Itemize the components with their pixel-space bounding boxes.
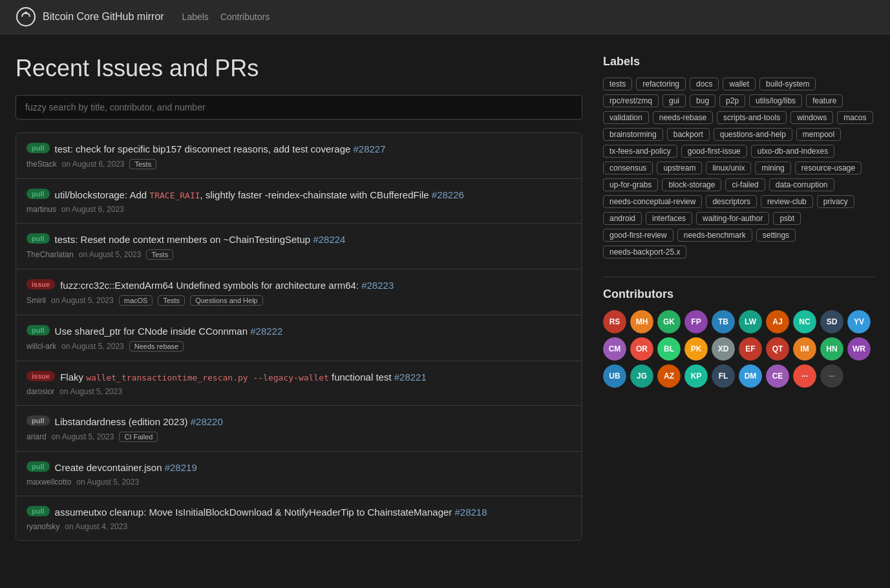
- label-chip[interactable]: validation: [603, 111, 649, 124]
- contributor-avatar[interactable]: LW: [739, 310, 762, 333]
- label-chip[interactable]: resource-usage: [795, 162, 862, 174]
- label-chip[interactable]: settings: [756, 229, 796, 242]
- contributor-avatar[interactable]: KP: [684, 364, 708, 388]
- table-row[interactable]: issue Flaky wallet_transactiontime_resca…: [16, 361, 582, 406]
- issue-title: util/blockstorage: Add TRACE_RAII, sligh…: [55, 188, 464, 202]
- contributor-avatar[interactable]: GK: [657, 310, 681, 333]
- contributor-avatar[interactable]: OR: [630, 337, 653, 361]
- table-row[interactable]: pull Use shared_ptr for CNode inside CCo…: [16, 315, 582, 361]
- label-chip[interactable]: questions-and-help: [714, 128, 792, 141]
- label-chip[interactable]: build-system: [759, 78, 816, 90]
- nav-contributors[interactable]: Contributors: [220, 12, 270, 22]
- contributor-avatar[interactable]: WR: [847, 337, 871, 361]
- label-chip[interactable]: refactoring: [636, 78, 686, 90]
- label-chip[interactable]: rpc/rest/zmq: [603, 94, 659, 107]
- contributor-avatar[interactable]: ···: [793, 364, 816, 388]
- contributors-more-button[interactable]: ···: [820, 364, 843, 388]
- nav-labels[interactable]: Labels: [182, 12, 209, 22]
- table-row[interactable]: pull util/blockstorage: Add TRACE_RAII, …: [16, 179, 582, 224]
- issue-title: Create devcontainer.json #28219: [55, 461, 197, 474]
- label-chip[interactable]: data-corruption: [769, 178, 834, 191]
- table-row[interactable]: pull test: check for specific bip157 dis…: [16, 133, 582, 179]
- label-chip[interactable]: android: [603, 212, 642, 225]
- label-chip[interactable]: needs-benchmark: [677, 229, 752, 242]
- label-chip[interactable]: block-storage: [662, 178, 721, 191]
- table-row[interactable]: pull Libstandardness (edition 2023) #282…: [16, 406, 582, 452]
- svg-point-1: [25, 12, 27, 14]
- contributor-avatar[interactable]: JG: [630, 364, 653, 388]
- contributor-avatar[interactable]: PK: [684, 337, 708, 361]
- label-chip[interactable]: wallet: [723, 78, 756, 90]
- label-chip[interactable]: brainstorming: [603, 128, 663, 141]
- issue-date: on August 6, 2023: [62, 160, 125, 169]
- label-chip[interactable]: upstream: [657, 162, 702, 174]
- label-chip[interactable]: review-club: [761, 195, 813, 208]
- labels-grid: testsrefactoringdocswalletbuild-systemrp…: [603, 78, 874, 258]
- contributor-avatar[interactable]: RS: [603, 310, 626, 333]
- issue-author: ryanofsky: [26, 522, 59, 531]
- contributor-avatar[interactable]: SD: [820, 310, 843, 333]
- label-chip[interactable]: tests: [603, 78, 632, 90]
- contributor-avatar[interactable]: XD: [712, 337, 735, 361]
- contributor-avatar[interactable]: AZ: [657, 364, 681, 388]
- label-chip[interactable]: ci-failed: [725, 178, 765, 191]
- label-chip[interactable]: mining: [755, 162, 790, 174]
- label-chip[interactable]: up-for-grabs: [603, 178, 658, 191]
- issue-meta: theStack on August 6, 2023 Tests: [26, 159, 571, 169]
- label-chip[interactable]: consensus: [603, 162, 653, 174]
- left-panel: Recent Issues and PRs pull test: check f…: [16, 55, 582, 541]
- label-chip[interactable]: needs-backport-25.x: [603, 246, 686, 258]
- label-chip[interactable]: utils/log/libs: [749, 94, 802, 107]
- contributor-avatar[interactable]: FL: [712, 364, 735, 388]
- label-tag[interactable]: CI Failed: [119, 432, 158, 442]
- label-tag[interactable]: Tests: [158, 295, 185, 306]
- label-chip[interactable]: scripts-and-tools: [717, 111, 787, 124]
- label-tag[interactable]: Questions and Help: [190, 295, 263, 306]
- label-chip[interactable]: backport: [667, 128, 710, 141]
- contributor-avatar[interactable]: TB: [712, 310, 735, 333]
- contributor-avatar[interactable]: CE: [766, 364, 789, 388]
- contributor-avatar[interactable]: FP: [684, 310, 708, 333]
- label-tag[interactable]: Tests: [146, 249, 173, 260]
- label-chip[interactable]: privacy: [817, 195, 854, 208]
- label-chip[interactable]: gui: [662, 94, 686, 107]
- label-chip[interactable]: mempool: [796, 128, 841, 141]
- label-chip[interactable]: needs-conceptual-review: [603, 195, 702, 208]
- table-row[interactable]: pull assumeutxo cleanup: Move IsInitialB…: [16, 496, 582, 540]
- table-row[interactable]: issue fuzz:crc32c::ExtendArm64 Undefined…: [16, 269, 582, 315]
- label-chip[interactable]: p2p: [719, 94, 745, 107]
- contributor-avatar[interactable]: BL: [657, 337, 681, 361]
- label-chip[interactable]: good-first-issue: [681, 145, 747, 158]
- label-chip[interactable]: feature: [806, 94, 843, 107]
- label-chip[interactable]: tx-fees-and-policy: [603, 145, 677, 158]
- label-chip[interactable]: descriptors: [706, 195, 757, 208]
- contributor-avatar[interactable]: QT: [766, 337, 789, 361]
- label-tag[interactable]: Tests: [129, 159, 156, 169]
- label-chip[interactable]: linux/unix: [706, 162, 751, 174]
- table-row[interactable]: pull Create devcontainer.json #28219 max…: [16, 452, 582, 496]
- contributor-avatar[interactable]: NC: [793, 310, 816, 333]
- label-chip[interactable]: good-first-review: [603, 229, 673, 242]
- label-chip[interactable]: macos: [837, 111, 873, 124]
- label-chip[interactable]: windows: [790, 111, 833, 124]
- contributor-avatar[interactable]: AJ: [766, 310, 789, 333]
- label-chip[interactable]: interfaces: [646, 212, 692, 225]
- contributor-avatar[interactable]: CM: [603, 337, 626, 361]
- contributor-avatar[interactable]: MH: [630, 310, 653, 333]
- label-tag[interactable]: macOS: [119, 295, 153, 306]
- contributor-avatar[interactable]: UB: [603, 364, 626, 388]
- table-row[interactable]: pull tests: Reset node context members o…: [16, 224, 582, 269]
- label-chip[interactable]: needs-rebase: [653, 111, 713, 124]
- label-chip[interactable]: waiting-for-author: [696, 212, 769, 225]
- contributor-avatar[interactable]: DM: [739, 364, 762, 388]
- contributor-avatar[interactable]: IM: [793, 337, 816, 361]
- label-chip[interactable]: docs: [690, 78, 719, 90]
- contributor-avatar[interactable]: HN: [820, 337, 843, 361]
- label-chip[interactable]: utxo-db-and-indexes: [751, 145, 834, 158]
- label-tag[interactable]: Needs rebase: [129, 341, 184, 352]
- label-chip[interactable]: bug: [690, 94, 715, 107]
- contributor-avatar[interactable]: EF: [739, 337, 762, 361]
- label-chip[interactable]: psbt: [773, 212, 801, 225]
- search-input[interactable]: [16, 95, 582, 120]
- contributor-avatar[interactable]: YV: [847, 310, 871, 333]
